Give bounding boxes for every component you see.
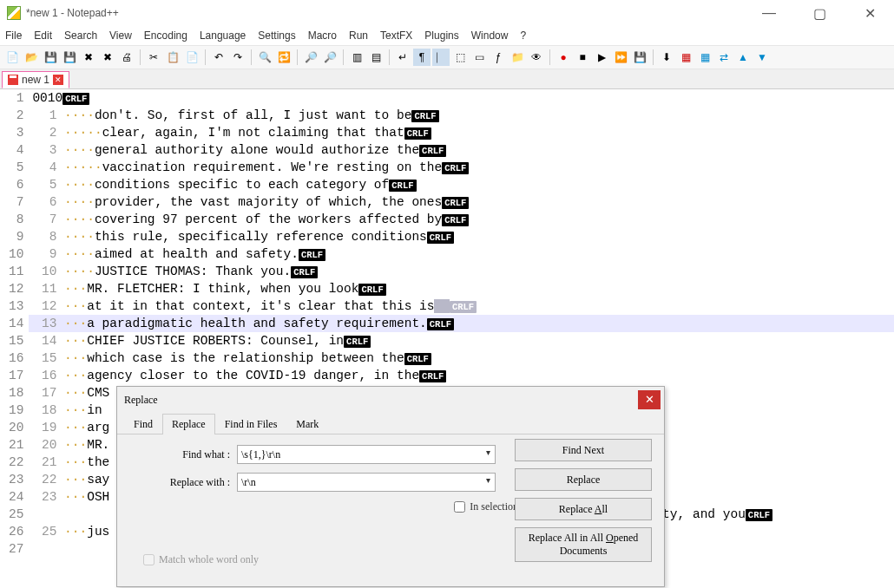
- paste-icon[interactable]: 📄: [183, 49, 200, 66]
- down-icon[interactable]: ▼: [753, 49, 771, 66]
- zoom-out-icon[interactable]: 🔎: [321, 49, 339, 66]
- find-what-label: Find what :: [124, 448, 237, 461]
- menu-[interactable]: ?: [520, 29, 526, 42]
- doc-map-icon[interactable]: ▭: [470, 49, 488, 66]
- menu-edit[interactable]: Edit: [34, 29, 52, 42]
- zoom-in-icon[interactable]: 🔎: [302, 49, 319, 66]
- separator: [343, 49, 344, 65]
- close-button[interactable]: ✕: [852, 5, 887, 22]
- compare-icon[interactable]: ⬇: [658, 49, 675, 66]
- menu-run[interactable]: Run: [349, 29, 368, 42]
- toolbar: 📄 📂 💾 💾 ✖ ✖ 🖨 ✂ 📋 📄 ↶ ↷ 🔍 🔁 🔎 🔎 ▥ ▤ ↵ ¶ …: [0, 45, 894, 69]
- separator: [251, 49, 252, 65]
- print-icon[interactable]: 🖨: [118, 49, 135, 66]
- save-icon[interactable]: 💾: [42, 49, 59, 66]
- diff-icon[interactable]: ▦: [677, 49, 694, 66]
- minimize-button[interactable]: —: [752, 5, 786, 22]
- find-next-button[interactable]: Find Next: [515, 439, 652, 461]
- stop-icon[interactable]: ■: [574, 49, 591, 66]
- menu-view[interactable]: View: [109, 29, 132, 42]
- open-folder-icon[interactable]: 📂: [23, 49, 40, 66]
- show-all-icon[interactable]: ¶: [413, 49, 431, 66]
- redo-icon[interactable]: ↷: [229, 49, 247, 66]
- find-icon[interactable]: 🔍: [256, 49, 273, 66]
- up-icon[interactable]: ▲: [734, 49, 752, 66]
- dialog-tab-replace[interactable]: Replace: [162, 414, 215, 434]
- menu-search[interactable]: Search: [64, 29, 97, 42]
- record-icon[interactable]: ●: [555, 49, 572, 66]
- replace-all-opened-button[interactable]: Replace All in All OpenedDocuments: [515, 527, 652, 562]
- menu-plugins[interactable]: Plugins: [424, 29, 458, 42]
- dialog-button-column: Find Next Replace Replace All Replace Al…: [515, 439, 652, 562]
- replace-icon[interactable]: 🔁: [275, 49, 293, 66]
- dialog-tabs: FindReplaceFind in FilesMark: [117, 413, 664, 434]
- menu-file[interactable]: File: [5, 29, 22, 42]
- indent-guide-icon[interactable]: ⎸: [432, 49, 450, 66]
- menu-window[interactable]: Window: [471, 29, 509, 42]
- replace-dialog: Replace ✕ FindReplaceFind in FilesMark F…: [116, 386, 665, 587]
- titlebar: *new 1 - Notepad++ — ▢ ✕: [0, 0, 894, 26]
- maximize-button[interactable]: ▢: [802, 5, 837, 22]
- dialog-titlebar[interactable]: Replace ✕: [117, 387, 664, 413]
- func-list-icon[interactable]: ƒ: [490, 49, 507, 66]
- replace-all-button[interactable]: Replace All: [515, 498, 652, 520]
- undo-icon[interactable]: ↶: [210, 49, 227, 66]
- replace-with-input[interactable]: [237, 473, 496, 492]
- tab-close-icon[interactable]: ✕: [53, 75, 63, 85]
- document-tab[interactable]: new 1 ✕: [2, 71, 69, 88]
- nav-icon[interactable]: ▦: [696, 49, 713, 66]
- monitor-icon[interactable]: 👁: [528, 49, 545, 66]
- find-what-input[interactable]: [237, 445, 496, 464]
- replace-with-label: Replace with :: [124, 476, 237, 489]
- menu-textfx[interactable]: TextFX: [380, 29, 412, 42]
- dialog-tab-find[interactable]: Find: [124, 414, 162, 434]
- match-whole-word-checkbox: Match whole word only: [143, 553, 259, 566]
- dialog-tab-mark[interactable]: Mark: [286, 414, 328, 434]
- window-buttons: — ▢ ✕: [752, 5, 887, 22]
- tabbar: new 1 ✕: [0, 69, 894, 89]
- play-icon[interactable]: ▶: [593, 49, 610, 66]
- separator: [297, 49, 298, 65]
- close-all-icon[interactable]: ✖: [99, 49, 116, 66]
- save-all-icon[interactable]: 💾: [61, 49, 78, 66]
- lang-icon[interactable]: ⬚: [451, 49, 469, 66]
- menu-language[interactable]: Language: [200, 29, 246, 42]
- replace-button[interactable]: Replace: [515, 468, 652, 491]
- unsaved-icon: [8, 75, 18, 85]
- folder-icon[interactable]: 📁: [509, 49, 526, 66]
- separator: [389, 49, 390, 65]
- menu-macro[interactable]: Macro: [308, 29, 337, 42]
- cut-icon[interactable]: ✂: [145, 49, 162, 66]
- tab-label: new 1: [22, 74, 49, 86]
- menu-encoding[interactable]: Encoding: [144, 29, 187, 42]
- swap-icon[interactable]: ⇄: [715, 49, 733, 66]
- save-macro-icon[interactable]: 💾: [631, 49, 648, 66]
- line-gutter: 1234567891011121314151617181920212223242…: [0, 89, 29, 588]
- in-selection-checkbox[interactable]: In selection: [454, 500, 518, 513]
- sync-v-icon[interactable]: ▥: [348, 49, 365, 66]
- window-title: *new 1 - Notepad++: [26, 7, 752, 19]
- new-file-icon[interactable]: 📄: [3, 49, 21, 66]
- playmulti-icon[interactable]: ⏩: [612, 49, 629, 66]
- dialog-tab-find-in-files[interactable]: Find in Files: [215, 414, 287, 434]
- menu-settings[interactable]: Settings: [258, 29, 295, 42]
- separator: [549, 49, 550, 65]
- dialog-title: Replace: [124, 394, 638, 407]
- sync-h-icon[interactable]: ▤: [367, 49, 385, 66]
- app-icon: [7, 6, 21, 20]
- dialog-close-icon[interactable]: ✕: [638, 390, 661, 409]
- wordwrap-icon[interactable]: ↵: [394, 49, 411, 66]
- copy-icon[interactable]: 📋: [164, 49, 181, 66]
- menubar: FileEditSearchViewEncodingLanguageSettin…: [0, 26, 894, 45]
- close-file-icon[interactable]: ✖: [80, 49, 97, 66]
- separator: [140, 49, 141, 65]
- separator: [653, 49, 654, 65]
- separator: [205, 49, 206, 65]
